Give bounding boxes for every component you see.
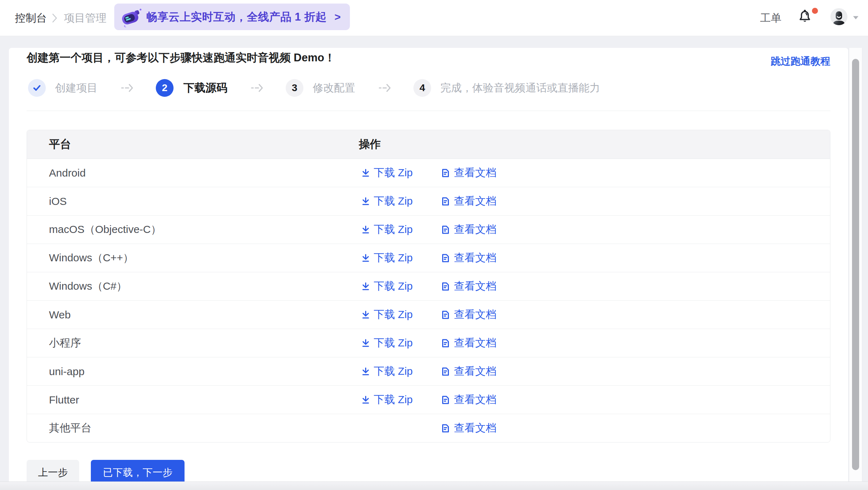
- download-zip-link[interactable]: 下载 Zip: [362, 251, 413, 265]
- step-1-check-icon: [28, 79, 46, 97]
- operation-cell: 下载 Zip 查看文档: [337, 385, 830, 414]
- download-icon: [362, 367, 369, 375]
- view-docs-link[interactable]: 查看文档: [442, 251, 496, 265]
- document-icon: [442, 424, 449, 433]
- platform-table-wrap: 平台 操作 Android 下载 Zip 查看文档: [27, 130, 830, 442]
- step-create-project: 创建项目: [28, 79, 98, 97]
- document-icon: [442, 225, 449, 234]
- table-row: Web 下载 Zip 查看文档: [27, 300, 830, 329]
- download-zip-link[interactable]: 下载 Zip: [362, 392, 413, 407]
- platform-cell: macOS（Objective-C）: [27, 215, 337, 244]
- platform-cell: Web: [27, 300, 337, 329]
- view-docs-link[interactable]: 查看文档: [442, 421, 496, 435]
- download-icon: [362, 282, 369, 290]
- step-download-source: 2 下载源码: [156, 79, 227, 97]
- platform-cell: iOS: [27, 187, 337, 215]
- document-icon: [442, 197, 449, 206]
- view-docs-link[interactable]: 查看文档: [442, 166, 496, 180]
- promo-banner[interactable]: 畅享云上实时互动，全线产品 1 折起 >: [114, 4, 350, 30]
- megaphone-3d-icon: [120, 7, 143, 27]
- download-zip-link[interactable]: 下载 Zip: [362, 194, 413, 208]
- step-finish: 4 完成，体验音视频通话或直播能力: [413, 79, 600, 97]
- platform-cell: Flutter: [27, 385, 337, 414]
- notification-bell-button[interactable]: [799, 10, 816, 27]
- promo-arrow: >: [334, 11, 341, 23]
- ticket-link[interactable]: 工单: [760, 0, 781, 36]
- download-icon: [362, 169, 369, 177]
- document-icon: [442, 339, 449, 347]
- breadcrumb-chevron-icon: [52, 13, 57, 23]
- table-row: 小程序 下载 Zip 查看文档: [27, 329, 830, 357]
- download-zip-link[interactable]: 下载 Zip: [362, 336, 413, 350]
- operation-cell: 下载 Zip 查看文档: [337, 158, 830, 187]
- view-docs-link[interactable]: 查看文档: [442, 307, 496, 322]
- table-row: iOS 下载 Zip 查看文档: [27, 187, 830, 215]
- document-icon: [442, 311, 449, 319]
- operation-cell: 下载 Zip 查看文档: [337, 300, 830, 329]
- download-zip-link[interactable]: 下载 Zip: [362, 166, 413, 180]
- view-docs-link[interactable]: 查看文档: [442, 194, 496, 208]
- operation-cell: 下载 Zip 查看文档: [337, 329, 830, 357]
- step-arrow-icon: [121, 84, 133, 92]
- download-zip-link[interactable]: 下载 Zip: [362, 279, 413, 294]
- operation-cell: 下载 Zip 查看文档: [337, 215, 830, 244]
- operation-cell: 下载 Zip 查看文档: [337, 244, 830, 272]
- platform-cell: 其他平台: [27, 414, 337, 442]
- top-bar: 控制台 项目管理: [0, 0, 868, 36]
- onboarding-card: 创建第一个项目，可参考以下步骤快速跑通实时音视频 Demo！ 跳过跑通教程 创建…: [9, 48, 848, 490]
- document-icon: [442, 367, 449, 376]
- promo-banner-text: 畅享云上实时互动，全线产品 1 折起: [146, 10, 326, 24]
- download-zip-link[interactable]: 下载 Zip: [362, 364, 413, 379]
- table-row: Flutter 下载 Zip 查看文档: [27, 385, 830, 414]
- view-docs-link[interactable]: 查看文档: [442, 222, 496, 237]
- download-icon: [362, 311, 369, 319]
- chevron-down-icon[interactable]: [852, 15, 859, 19]
- table-row: uni-app 下载 Zip 查看文档: [27, 357, 830, 385]
- divider: [27, 111, 830, 111]
- step-2-number: 2: [156, 79, 174, 97]
- table-row: Windows（C#） 下载 Zip 查看文档: [27, 272, 830, 300]
- table-row: 其他平台 下载 Zip 查看文档: [27, 414, 830, 442]
- download-zip-link[interactable]: 下载 Zip: [362, 222, 413, 237]
- step-4-label: 完成，体验音视频通话或直播能力: [440, 81, 600, 95]
- platform-cell: Android: [27, 158, 337, 187]
- avatar[interactable]: [830, 8, 847, 25]
- step-3-label: 修改配置: [313, 81, 355, 95]
- scrollbar-thumb[interactable]: [852, 59, 859, 470]
- view-docs-link[interactable]: 查看文档: [442, 336, 496, 350]
- bell-icon: [799, 10, 811, 23]
- breadcrumb-project-management: 项目管理: [64, 11, 106, 26]
- notification-badge: [812, 8, 818, 14]
- platform-cell: Windows（C#）: [27, 272, 337, 300]
- view-docs-link[interactable]: 查看文档: [442, 392, 496, 407]
- download-zip-link[interactable]: 下载 Zip: [362, 307, 413, 322]
- operation-cell: 下载 Zip 查看文档: [337, 272, 830, 300]
- breadcrumb-console[interactable]: 控制台: [15, 11, 47, 26]
- app-window: 控制台 项目管理: [0, 0, 868, 490]
- step-modify-config: 3 修改配置: [286, 79, 355, 97]
- table-row: macOS（Objective-C） 下载 Zip 查看文档: [27, 215, 830, 244]
- download-icon: [362, 225, 369, 234]
- view-docs-link[interactable]: 查看文档: [442, 364, 496, 379]
- steps-indicator: 创建项目 2 下载源码 3 修改配置 4 完成，体验音视频通话或直播能力: [28, 79, 600, 97]
- step-arrow-icon: [379, 84, 391, 92]
- view-docs-link[interactable]: 查看文档: [442, 279, 496, 294]
- platform-cell: Windows（C++）: [27, 244, 337, 272]
- skip-tutorial-link[interactable]: 跳过跑通教程: [771, 55, 830, 68]
- platform-cell: uni-app: [27, 357, 337, 385]
- document-icon: [442, 282, 449, 291]
- step-2-label: 下载源码: [183, 80, 227, 95]
- document-icon: [442, 254, 449, 262]
- step-4-number: 4: [413, 79, 431, 97]
- column-header-operation: 操作: [337, 130, 830, 158]
- download-icon: [362, 197, 369, 205]
- platform-cell: 小程序: [27, 329, 337, 357]
- table-row: Android 下载 Zip 查看文档: [27, 158, 830, 187]
- step-1-label: 创建项目: [55, 81, 98, 95]
- column-header-platform: 平台: [27, 130, 337, 158]
- download-icon: [362, 254, 369, 262]
- document-icon: [442, 169, 449, 177]
- table-row: Windows（C++） 下载 Zip 查看文档: [27, 244, 830, 272]
- platform-table: 平台 操作 Android 下载 Zip 查看文档: [27, 130, 830, 442]
- bottom-edge-band: [0, 481, 868, 490]
